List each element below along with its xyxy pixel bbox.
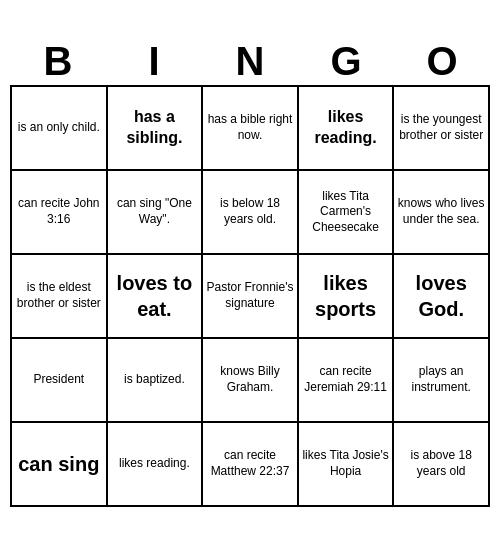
bingo-cell-3: likes reading.	[299, 87, 395, 171]
bingo-cell-15: President	[12, 339, 108, 423]
bingo-cell-8: likes Tita Carmen's Cheesecake	[299, 171, 395, 255]
bingo-header: BINGO	[10, 37, 490, 85]
bingo-letter-n: N	[202, 37, 298, 85]
bingo-cell-0: is an only child.	[12, 87, 108, 171]
bingo-letter-b: B	[10, 37, 106, 85]
bingo-cell-17: knows Billy Graham.	[203, 339, 299, 423]
bingo-cell-13: likes sports	[299, 255, 395, 339]
bingo-cell-20: can sing	[12, 423, 108, 507]
bingo-cell-6: can sing "One Way".	[108, 171, 204, 255]
bingo-cell-23: likes Tita Josie's Hopia	[299, 423, 395, 507]
bingo-cell-10: is the eldest brother or sister	[12, 255, 108, 339]
bingo-letter-i: I	[106, 37, 202, 85]
bingo-cell-16: is baptized.	[108, 339, 204, 423]
bingo-cell-24: is above 18 years old	[394, 423, 490, 507]
bingo-cell-22: can recite Matthew 22:37	[203, 423, 299, 507]
bingo-letter-o: O	[394, 37, 490, 85]
bingo-letter-g: G	[298, 37, 394, 85]
bingo-cell-18: can recite Jeremiah 29:11	[299, 339, 395, 423]
bingo-cell-2: has a bible right now.	[203, 87, 299, 171]
bingo-card: BINGO is an only child.has a sibling.has…	[10, 37, 490, 507]
bingo-grid: is an only child.has a sibling.has a bib…	[10, 85, 490, 507]
bingo-cell-4: is the youngest brother or sister	[394, 87, 490, 171]
bingo-cell-12: Pastor Fronnie's signature	[203, 255, 299, 339]
bingo-cell-14: loves God.	[394, 255, 490, 339]
bingo-cell-19: plays an instrument.	[394, 339, 490, 423]
bingo-cell-9: knows who lives under the sea.	[394, 171, 490, 255]
bingo-cell-5: can recite John 3:16	[12, 171, 108, 255]
bingo-cell-7: is below 18 years old.	[203, 171, 299, 255]
bingo-cell-11: loves to eat.	[108, 255, 204, 339]
bingo-cell-1: has a sibling.	[108, 87, 204, 171]
bingo-cell-21: likes reading.	[108, 423, 204, 507]
